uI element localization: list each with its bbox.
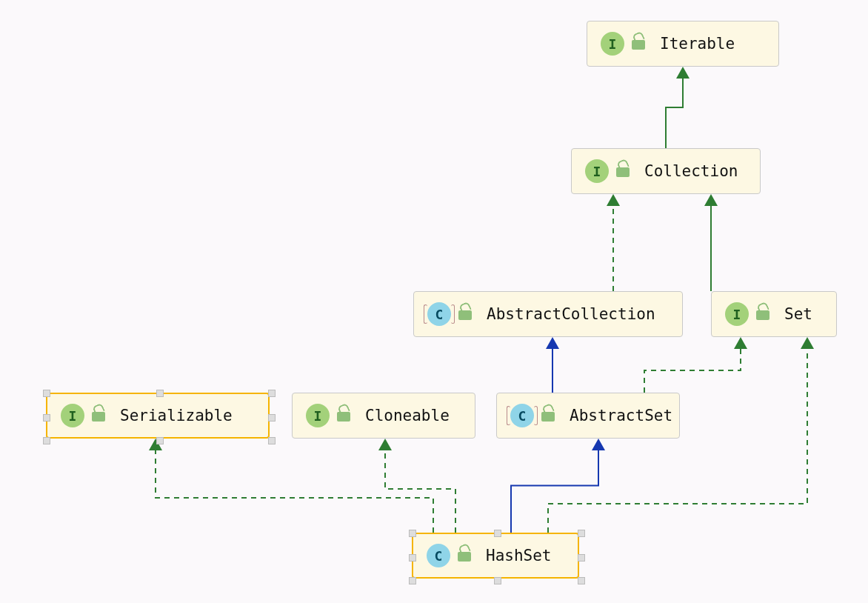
node-label: Cloneable bbox=[365, 407, 450, 424]
interface-icon: I bbox=[725, 302, 749, 326]
interface-icon: I bbox=[306, 404, 330, 427]
edge-line bbox=[666, 77, 683, 148]
selection-handle[interactable] bbox=[156, 437, 164, 444]
abstract-class-icon: C bbox=[510, 404, 534, 427]
selection-handle[interactable] bbox=[268, 437, 276, 444]
selection-handle[interactable] bbox=[409, 577, 416, 584]
node-label: Serializable bbox=[120, 407, 233, 424]
selection-handle[interactable] bbox=[409, 554, 416, 562]
edge-line bbox=[511, 449, 598, 533]
node-set[interactable]: I Set bbox=[711, 291, 837, 337]
class-icon: C bbox=[427, 544, 450, 567]
node-abstractcollection[interactable]: C AbstractCollection bbox=[413, 291, 683, 337]
arrowhead-icon bbox=[592, 439, 605, 450]
arrowhead-icon bbox=[676, 67, 690, 79]
selection-handle[interactable] bbox=[409, 530, 416, 537]
interface-icon: I bbox=[585, 159, 609, 183]
node-label: AbstractCollection bbox=[487, 305, 655, 323]
node-cloneable[interactable]: I Cloneable bbox=[292, 393, 475, 439]
unlock-icon bbox=[458, 308, 473, 320]
arrowhead-icon bbox=[704, 194, 718, 206]
unlock-icon bbox=[616, 165, 631, 177]
selection-handle[interactable] bbox=[494, 530, 501, 537]
interface-icon: I bbox=[61, 404, 84, 427]
edge-line bbox=[548, 347, 807, 533]
edge-line bbox=[385, 449, 455, 533]
unlock-icon bbox=[92, 410, 107, 422]
node-iterable[interactable]: I Iterable bbox=[587, 21, 779, 67]
node-label: HashSet bbox=[486, 547, 552, 564]
edge-line bbox=[156, 449, 433, 533]
diagram-canvas: I Iterable I Collection C AbstractCollec… bbox=[0, 0, 868, 603]
selection-handle[interactable] bbox=[43, 390, 50, 397]
unlock-icon bbox=[756, 308, 771, 320]
arrowhead-icon bbox=[546, 337, 559, 349]
selection-handle[interactable] bbox=[43, 437, 50, 444]
node-collection[interactable]: I Collection bbox=[571, 148, 761, 194]
unlock-icon bbox=[458, 550, 473, 562]
node-label: Iterable bbox=[660, 35, 735, 53]
node-hashset[interactable]: C HashSet bbox=[412, 533, 579, 579]
selection-handle[interactable] bbox=[43, 414, 50, 422]
abstract-class-icon: C bbox=[427, 302, 451, 326]
arrowhead-icon bbox=[378, 439, 392, 450]
node-label: Collection bbox=[644, 162, 738, 180]
node-label: AbstractSet bbox=[570, 407, 672, 424]
selection-handle[interactable] bbox=[268, 414, 276, 422]
node-label: Set bbox=[784, 305, 812, 323]
unlock-icon bbox=[337, 410, 352, 422]
selection-handle[interactable] bbox=[578, 577, 585, 584]
selection-handle[interactable] bbox=[494, 577, 501, 584]
edge-line bbox=[644, 347, 741, 393]
arrowhead-icon bbox=[801, 337, 814, 349]
interface-icon: I bbox=[601, 32, 624, 56]
selection-handle[interactable] bbox=[156, 390, 164, 397]
selection-handle[interactable] bbox=[268, 390, 276, 397]
node-serializable[interactable]: I Serializable bbox=[46, 393, 270, 439]
selection-handle[interactable] bbox=[578, 530, 585, 537]
selection-handle[interactable] bbox=[578, 554, 585, 562]
arrowhead-icon bbox=[607, 194, 620, 206]
node-abstractset[interactable]: C AbstractSet bbox=[496, 393, 680, 439]
unlock-icon bbox=[632, 38, 647, 50]
arrowhead-icon bbox=[734, 337, 747, 349]
unlock-icon bbox=[541, 410, 556, 422]
